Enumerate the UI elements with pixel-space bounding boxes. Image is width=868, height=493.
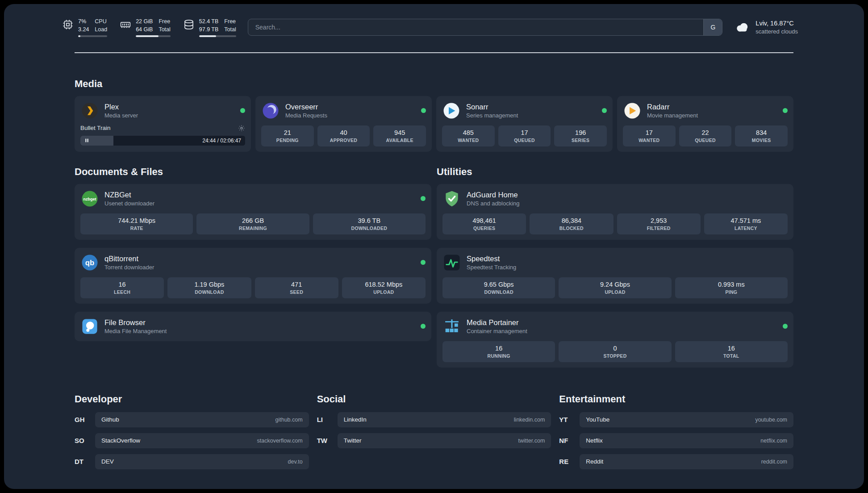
dashboard-content: Media Plex Media server: [4, 78, 864, 469]
memory-widget: 22 GiB 64 GiB Free Total: [120, 17, 171, 37]
card-nzbget[interactable]: nzbget NZBGet Usenet downloader 744.21 M…: [75, 184, 431, 240]
card-subtitle: Usenet downloader: [104, 200, 154, 207]
disk-usage-bar: [199, 35, 236, 37]
stat-label: TOTAL: [723, 353, 739, 359]
card-subtitle: Media File Management: [104, 328, 167, 334]
sonarr-icon: [442, 101, 461, 120]
bookmark-link-youtube[interactable]: YouTube youtube.com: [580, 412, 793, 427]
memory-icon: [120, 17, 131, 30]
stat-tile: 196 SERIES: [554, 125, 607, 146]
card-qbittorrent[interactable]: qb qBittorrent Torrent downloader 16: [75, 248, 431, 304]
bookmark-name: Netflix: [586, 437, 603, 444]
bookmark-row: DT DEV dev.to: [75, 454, 309, 469]
plex-icon: [80, 101, 99, 120]
card-radarr[interactable]: Radarr Movie management 17 WANTED 22 QUE…: [617, 96, 793, 152]
stat-tile: 21 PENDING: [261, 125, 314, 146]
bookmark-group-entertainment: Entertainment YT YouTube youtube.com NF …: [559, 393, 793, 469]
bookmark-link-stackoverflow[interactable]: StackOverflow stackoverflow.com: [95, 433, 309, 448]
stat-value: 945: [394, 129, 405, 136]
card-title: Media Portainer: [467, 318, 527, 327]
stat-value: 9.24 Gbps: [600, 281, 630, 288]
status-dot: [421, 324, 426, 329]
status-dot: [421, 260, 426, 265]
bookmark-link-github[interactable]: Github github.com: [95, 412, 309, 427]
card-filebrowser[interactable]: File Browser Media File Management: [75, 312, 431, 341]
card-portainer[interactable]: Media Portainer Container management 16 …: [437, 312, 793, 368]
stat-tile: 0.993 ms PING: [675, 277, 788, 298]
card-plex[interactable]: Plex Media server Bullet Train: [75, 96, 251, 152]
stat-label: SERIES: [572, 138, 589, 143]
card-subtitle: Media server: [104, 112, 138, 119]
filebrowser-icon: [80, 317, 99, 336]
stat-tile: 40 APPROVED: [317, 125, 370, 146]
stat-value: 471: [291, 281, 302, 288]
stat-label: MOVIES: [752, 138, 771, 143]
stat-value: 196: [575, 129, 586, 136]
stat-label: DOWNLOAD: [195, 289, 224, 295]
cpu-chip-icon: [62, 17, 74, 30]
bookmark-abbr: LI: [317, 416, 333, 423]
bookmark-abbr: SO: [75, 437, 91, 444]
card-adguard[interactable]: AdGuard Home DNS and adblocking 498,461 …: [437, 184, 793, 240]
stat-label: DOWNLOADED: [351, 226, 388, 231]
stat-tile: 17 QUEUED: [498, 125, 551, 146]
bookmark-link-netflix[interactable]: Netflix netflix.com: [580, 433, 793, 448]
stat-value: 0.993 ms: [718, 281, 745, 288]
media-player-bar[interactable]: 24:44 / 02:06:47: [80, 136, 245, 146]
stat-value: 47.571 ms: [731, 217, 761, 224]
cpu-load-value: 3.24: [78, 25, 89, 33]
memory-free-value: 22 GiB: [136, 17, 153, 25]
weather-widget: Lviv, 16.87°C scattered clouds: [734, 19, 798, 35]
bookmark-link-twitter[interactable]: Twitter twitter.com: [338, 433, 551, 448]
bookmark-domain: github.com: [275, 417, 303, 423]
card-overseerr[interactable]: Overseerr Media Requests 21 PENDING 40 A…: [255, 96, 432, 152]
stat-value: 744.21 Mbps: [118, 217, 155, 224]
stat-value: 2,953: [651, 217, 667, 224]
card-title: Sonarr: [466, 103, 518, 111]
stat-label: QUEUED: [695, 138, 716, 143]
bookmark-row: GH Github github.com: [75, 412, 309, 427]
stat-tile: 2,953 FILTERED: [617, 213, 701, 234]
card-subtitle: Torrent downloader: [104, 264, 154, 271]
stat-label: PENDING: [276, 138, 299, 143]
cpu-usage-bar: [78, 35, 107, 37]
stat-tile: 618.52 Mbps UPLOAD: [342, 277, 426, 298]
bookmark-domain: dev.to: [288, 459, 303, 465]
disk-widget: 52.4 TB 97.9 TB Free Total: [183, 17, 236, 37]
gear-icon[interactable]: [238, 125, 245, 132]
adguard-shield-icon: [442, 189, 461, 208]
stat-value: 266 GB: [242, 217, 264, 224]
pause-icon[interactable]: [84, 138, 89, 143]
stat-label: SEED: [290, 289, 303, 295]
stat-value: 1.19 Gbps: [194, 281, 224, 288]
card-sonarr[interactable]: Sonarr Series management 485 WANTED 17 Q…: [436, 96, 613, 152]
section-title-documents: Documents & Files: [75, 166, 431, 178]
now-playing-title: Bullet Train: [80, 125, 111, 131]
resource-widgets: 7% 3.24 CPU Load: [62, 17, 236, 37]
cpu-label: CPU: [95, 17, 107, 25]
stat-tile: 744.21 Mbps RATE: [80, 213, 193, 234]
bookmark-link-linkedin[interactable]: LinkedIn linkedin.com: [338, 412, 551, 427]
bookmark-link-dev[interactable]: DEV dev.to: [95, 454, 309, 469]
stat-label: UPLOAD: [373, 289, 394, 295]
qbittorrent-icon: qb: [80, 253, 99, 272]
stat-tile: 0 STOPPED: [559, 341, 671, 362]
status-dot: [421, 196, 426, 201]
bookmark-link-reddit[interactable]: Reddit reddit.com: [580, 454, 793, 469]
disk-total-label: Total: [224, 25, 236, 33]
card-speedtest[interactable]: Speedtest Speedtest Tracking 9.65 Gbps D…: [437, 248, 793, 304]
stat-label: UPLOAD: [605, 289, 625, 295]
memory-readout: 22 GiB 64 GiB Free Total: [136, 17, 171, 37]
search-input[interactable]: [248, 19, 704, 35]
search-provider-button[interactable]: G: [703, 19, 722, 35]
section-title-media: Media: [75, 78, 793, 90]
stat-value: 17: [521, 129, 528, 136]
stat-label: PING: [725, 289, 737, 295]
stat-label: FILTERED: [647, 226, 671, 231]
overseerr-icon: [261, 101, 280, 120]
stat-value: 40: [340, 129, 347, 136]
section-media: Media Plex Media server: [75, 78, 793, 152]
card-subtitle: Movie management: [647, 112, 698, 119]
memory-free-label: Free: [159, 17, 170, 25]
stat-tile: 16 LEECH: [80, 277, 164, 298]
